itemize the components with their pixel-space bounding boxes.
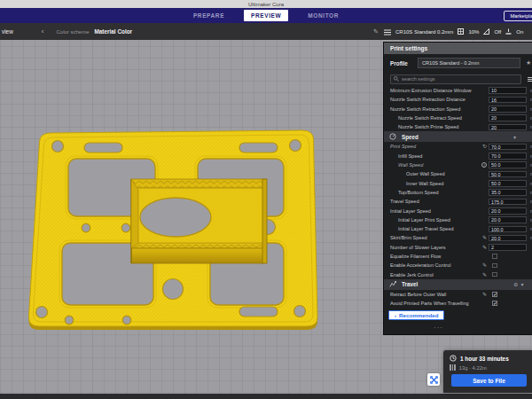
setting-value-input[interactable]: 50.0 xyxy=(489,180,527,187)
settings-list: Minimum Extrusion Distance Window10mmNoz… xyxy=(384,86,532,309)
back-chevron-icon[interactable]: ‹ xyxy=(42,27,44,35)
setting-value-input[interactable]: 70.0 xyxy=(489,144,527,151)
setting-row: Skirt/Brim Speed✎20.0mm/s xyxy=(384,233,532,242)
tab-preview[interactable]: PREVIEW xyxy=(244,10,288,21)
setting-value-input[interactable]: 175.0 xyxy=(489,199,527,206)
setting-checkbox[interactable]: ✓ xyxy=(492,292,497,297)
search-icon xyxy=(394,76,399,82)
tab-prepare[interactable]: PREPARE xyxy=(186,10,231,21)
setting-row: Nozzle Switch Prime Speed20mm/s xyxy=(384,122,532,131)
expand-button[interactable] xyxy=(427,373,440,386)
search-input[interactable]: search settings xyxy=(390,74,521,84)
setting-row: Initial Layer Print Speed20.0mm/s xyxy=(384,215,532,224)
print-setup-summary[interactable]: CR10S Standard 0.2mm 10% Off On xyxy=(384,23,523,40)
window-title: Ultimaker Cura xyxy=(248,2,284,7)
recommended-label: Recommended xyxy=(399,312,438,318)
summary-profile: CR10S Standard 0.2mm xyxy=(395,29,453,35)
summary-support: Off xyxy=(494,29,501,35)
view-mode-label: view xyxy=(2,28,13,35)
setting-row: Enable Acceleration Control✎ xyxy=(384,261,532,270)
setting-row: Minimum Extrusion Distance Window10mm xyxy=(384,86,532,95)
setting-value-input[interactable]: 20.0 xyxy=(489,235,527,242)
color-scheme-dropdown[interactable]: Material Color xyxy=(94,28,132,35)
section-controls: ⚙▾ xyxy=(513,281,523,287)
setting-value-input[interactable]: 20 xyxy=(489,124,527,131)
setting-row: Outer Wall Speed50.0mm/s xyxy=(384,169,532,178)
setting-checkbox[interactable] xyxy=(492,272,497,278)
profile-value: CR10S Standard - 0.2mm xyxy=(422,60,479,66)
tab-monitor[interactable]: MONITOR xyxy=(301,10,346,21)
infill-grid-icon xyxy=(458,28,464,35)
setting-label: Infill Speed xyxy=(398,152,422,160)
profile-row: Profile CR10S Standard - 0.2mm ★ xyxy=(384,54,532,72)
setting-row: Inner Wall Speed50.0mm/s xyxy=(384,179,532,188)
setting-checkbox[interactable]: ✓ xyxy=(492,301,497,306)
gear-icon[interactable]: ⚙ xyxy=(513,281,518,287)
setting-value-input[interactable]: 20.0 xyxy=(489,207,527,215)
pencil-icon[interactable]: ✎ xyxy=(475,270,487,279)
pencil-icon[interactable]: ✎ xyxy=(475,243,487,252)
setting-row: Initial Layer Travel Speed100.0mm/s xyxy=(384,224,532,233)
setting-row: Equalize Filament Flow xyxy=(384,252,532,261)
pencil-icon[interactable]: ✎ xyxy=(475,261,487,270)
setting-value-input[interactable]: 10 xyxy=(489,87,527,94)
setting-value-input[interactable]: 70.0 xyxy=(489,153,527,160)
edit-pencil-icon[interactable]: ✎ xyxy=(373,28,379,35)
setting-label: Enable Jerk Control xyxy=(390,270,434,279)
setting-label: Nozzle Switch Retraction Speed xyxy=(390,105,460,113)
setting-value-input[interactable]: 35.0 xyxy=(489,189,527,196)
setting-value-input[interactable]: 100.0 xyxy=(489,226,527,233)
setting-label: Initial Layer Speed xyxy=(390,207,431,215)
material-estimate: 13g · 4.22m xyxy=(459,365,487,371)
marketplace-button[interactable]: Marketplace xyxy=(504,11,532,21)
setting-row: Top/Bottom Speed35.0mm/s xyxy=(384,188,532,197)
print-settings-panel: Print settings Profile CR10S Standard - … xyxy=(383,42,532,335)
setting-value-input[interactable]: 16 xyxy=(489,97,527,104)
titlebar: Ultimaker Cura xyxy=(0,0,532,8)
info-icon[interactable]: i xyxy=(475,160,487,169)
chevron-down-icon[interactable]: ▾ xyxy=(520,281,523,287)
model-3d[interactable] xyxy=(22,106,372,363)
print-time-estimate: 1 hour 33 minutes xyxy=(460,356,509,362)
setting-label: Outer Wall Speed xyxy=(406,169,445,178)
setting-label: Initial Layer Print Speed xyxy=(398,215,450,224)
setting-row: Wall Speedi50.0mm/s xyxy=(384,160,532,169)
setting-label: Print Speed xyxy=(390,142,416,151)
panel-drag-handle[interactable]: ··· xyxy=(434,324,443,332)
view-toolbar: view ‹ Color scheme Material Color ✎ CR1… xyxy=(0,23,532,40)
setting-checkbox[interactable] xyxy=(492,254,497,259)
setting-value-input[interactable]: 20.0 xyxy=(489,216,527,223)
profile-label: Profile xyxy=(390,60,418,66)
summary-infill: 10% xyxy=(468,29,479,35)
setting-value-input[interactable]: 50.0 xyxy=(489,171,527,178)
setting-value-input[interactable]: 20 xyxy=(489,106,527,113)
print-settings-title: Print settings xyxy=(390,45,427,51)
pencil-icon[interactable]: ✎ xyxy=(475,233,487,242)
filament-spool-icon xyxy=(450,364,456,371)
adhesion-icon xyxy=(505,28,512,35)
pencil-icon[interactable]: ✎ xyxy=(475,290,487,299)
reset-icon[interactable]: ↻ xyxy=(475,142,487,151)
setting-value-input[interactable]: 20 xyxy=(489,114,527,121)
setting-value-input[interactable]: 2 xyxy=(489,244,527,251)
setting-checkbox[interactable] xyxy=(492,263,497,269)
section-header-travel[interactable]: Travel⚙▾ xyxy=(384,279,532,290)
print-time-row: 1 hour 33 minutes xyxy=(450,355,509,362)
recommended-chevron-icon: ‹ xyxy=(395,312,396,318)
section-header-speed[interactable]: Speed▾ xyxy=(384,131,532,142)
setting-label: Number of Slower Layers xyxy=(390,243,446,252)
filter-icon[interactable] xyxy=(528,77,532,82)
print-settings-header: Print settings xyxy=(384,43,532,54)
recommended-mode-button[interactable]: ‹ Recommended xyxy=(388,310,444,320)
support-icon xyxy=(483,28,489,35)
chevron-down-icon[interactable]: ▾ xyxy=(513,134,516,140)
travel-icon xyxy=(389,281,396,288)
setting-label: Nozzle Switch Retract Speed xyxy=(398,113,462,122)
setting-label: Enable Acceleration Control xyxy=(390,261,450,270)
profile-dropdown[interactable]: CR10S Standard - 0.2mm xyxy=(418,58,520,68)
save-to-file-button[interactable]: Save to File xyxy=(451,374,527,387)
setting-value-input[interactable]: 50.0 xyxy=(489,161,527,168)
star-icon[interactable]: ★ xyxy=(526,59,531,66)
section-controls: ▾ xyxy=(513,134,516,140)
setting-label: Skirt/Brim Speed xyxy=(390,233,427,242)
